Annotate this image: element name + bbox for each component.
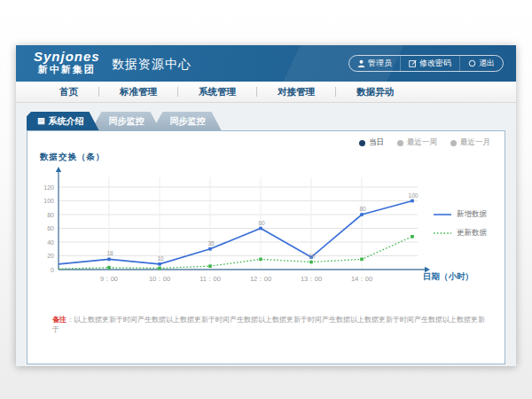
svg-text:20: 20	[47, 253, 54, 259]
user-icon	[357, 59, 365, 67]
range-filters: 当日 最近一周 最近一月	[359, 137, 490, 148]
nav-item-system-mgmt[interactable]: 系统管理	[178, 86, 256, 98]
radio-icon	[397, 140, 403, 146]
legend-updated-data-label: 更新数据	[457, 228, 487, 239]
filter-last-month-label: 最近一月	[460, 137, 490, 148]
user-actions: 管理员 修改密码 退出	[348, 55, 504, 72]
change-password-label: 修改密码	[419, 58, 451, 69]
y-axis-title: 数据交换（条）	[40, 152, 106, 163]
main-nav: 首页 标准管理 系统管理 对接管理 数据异动	[16, 82, 516, 103]
document-icon: ▤	[37, 117, 45, 125]
legend-new-data-label: 新增数据	[457, 209, 487, 220]
svg-text:18: 18	[106, 250, 113, 256]
svg-text:100: 100	[43, 198, 54, 204]
filter-last-week-label: 最近一周	[407, 137, 437, 148]
svg-text:60: 60	[47, 225, 54, 231]
tab-sync-monitor-2-label: 同步监控	[170, 115, 206, 128]
svg-text:35: 35	[207, 240, 215, 246]
nav-item-home[interactable]: 首页	[39, 86, 98, 98]
green-dotted-sample-icon	[434, 231, 451, 235]
svg-text:12：00: 12：00	[250, 275, 271, 283]
filter-last-month[interactable]: 最近一月	[450, 137, 490, 148]
tab-sync-monitor-1[interactable]: 同步监控	[91, 112, 160, 130]
admin-user-button[interactable]: 管理员	[349, 56, 400, 71]
nav-item-interface-mgmt[interactable]: 对接管理	[257, 86, 335, 98]
logo-text-cn: 新中新集团	[34, 64, 100, 75]
footnote-prefix: 备注	[52, 316, 66, 324]
svg-text:40: 40	[47, 239, 54, 246]
svg-text:10: 10	[157, 255, 164, 262]
radio-icon	[450, 140, 457, 146]
tab-bar: ▤ 系统介绍 同步监控 同步监控	[27, 112, 222, 130]
tab-sync-monitor-1-label: 同步监控	[109, 115, 145, 128]
page-title: 数据资源中心	[112, 57, 192, 73]
x-axis-title: 日期（小时）	[423, 271, 473, 283]
svg-text:0: 0	[51, 267, 54, 273]
svg-text:100: 100	[409, 192, 419, 199]
nav-item-standard-mgmt[interactable]: 标准管理	[99, 86, 177, 98]
app-window: Synjones 新中新集团 数据资源中心 管理员 修改密码 退出	[16, 45, 516, 366]
chart-legend: 新增数据 更新数据	[434, 209, 487, 239]
footnote-text: ：以上数据更新于时间产生数据以上数据更新于时间产生数据以上数据更新于时间产生数据…	[52, 316, 485, 333]
legend-new-data: 新增数据	[434, 209, 487, 220]
legend-updated-data: 更新数据	[434, 228, 487, 239]
tab-sync-monitor-2[interactable]: 同步监控	[153, 112, 222, 130]
admin-user-label: 管理员	[368, 58, 392, 69]
chart-panel: 当日 最近一周 最近一月 数据交换（条） 0204060801001209：00…	[27, 130, 505, 364]
svg-text:13：00: 13：00	[301, 275, 322, 283]
nav-item-data-change[interactable]: 数据异动	[336, 86, 414, 98]
svg-text:10：00: 10：00	[149, 275, 170, 283]
change-password-button[interactable]: 修改密码	[400, 56, 459, 71]
logo-text-en: Synjones	[34, 49, 100, 64]
svg-text:11：00: 11：00	[200, 275, 221, 283]
tab-system-intro[interactable]: ▤ 系统介绍	[27, 112, 99, 130]
svg-text:80: 80	[47, 212, 54, 218]
tab-system-intro-label: 系统介绍	[49, 115, 84, 128]
filter-today[interactable]: 当日	[359, 137, 384, 148]
header: Synjones 新中新集团 数据资源中心 管理员 修改密码 退出	[16, 45, 516, 82]
svg-text:14：00: 14：00	[351, 275, 372, 283]
svg-text:80: 80	[359, 206, 366, 212]
logout-icon	[468, 59, 476, 67]
radio-selected-icon	[359, 140, 365, 146]
svg-text:9：00: 9：00	[100, 275, 118, 283]
logout-button[interactable]: 退出	[459, 56, 503, 71]
footnote: 备注：以上数据更新于时间产生数据以上数据更新于时间产生数据以上数据更新于时间产生…	[52, 315, 485, 334]
logout-label: 退出	[479, 58, 495, 69]
blue-line-sample-icon	[434, 213, 451, 216]
filter-last-week[interactable]: 最近一周	[397, 137, 437, 148]
edit-icon	[409, 59, 417, 67]
svg-text:10: 10	[309, 253, 316, 259]
logo: Synjones 新中新集团	[34, 49, 100, 75]
svg-text:120: 120	[43, 184, 54, 191]
filter-today-label: 当日	[369, 137, 384, 148]
svg-text:60: 60	[258, 220, 265, 226]
